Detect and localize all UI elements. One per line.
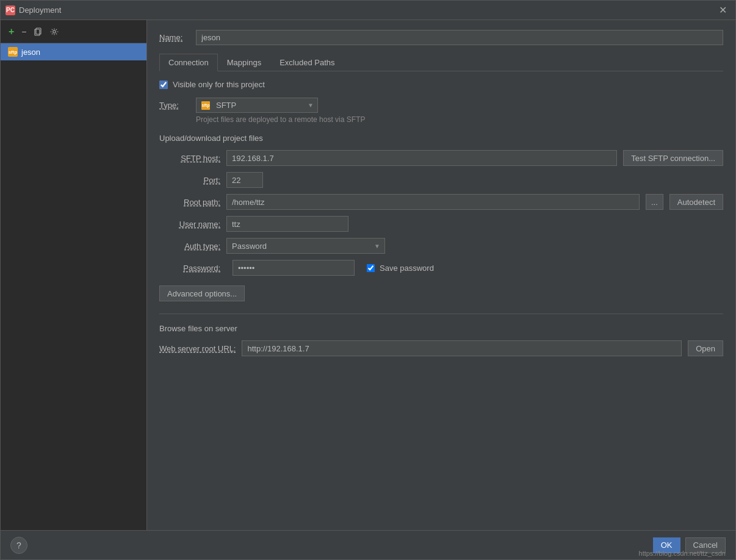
sftp-type-icon: sftp [201,101,210,110]
advanced-options-row: Advanced options... [159,285,723,301]
autodetect-button[interactable]: Autodetect [669,194,723,210]
visible-only-row: Visible only for this project [159,80,723,89]
save-password-checkbox[interactable] [367,264,375,272]
settings-server-button[interactable] [47,26,62,38]
type-value: SFTP [216,101,236,110]
sidebar: + − sftp jeson [1,20,147,530]
open-button[interactable]: Open [688,340,723,356]
name-row: Name: [159,30,723,45]
divider [159,314,723,314]
visible-only-checkbox[interactable] [159,81,168,89]
title-bar-left: PC Deployment [5,5,61,15]
visible-only-label[interactable]: Visible only for this project [173,80,265,89]
port-input[interactable] [226,172,263,188]
window-title: Deployment [19,5,61,15]
form-area: Name: Connection Mappings Excluded Paths… [147,20,735,530]
root-path-row: Root path: ... Autodetect [159,194,723,210]
user-name-input[interactable] [226,216,348,232]
password-label: Password: [159,264,220,273]
web-root-input[interactable] [242,340,682,356]
sidebar-toolbar: + − [1,20,146,43]
web-root-row: Web server root URL: Open [159,340,723,356]
remove-server-button[interactable]: − [18,25,29,38]
sftp-host-label: SFTP host: [159,154,220,163]
title-bar: PC Deployment ✕ [1,1,735,20]
name-label: Name: [159,33,190,42]
tab-excluded-paths[interactable]: Excluded Paths [270,54,344,71]
advanced-options-button[interactable]: Advanced options... [159,285,245,301]
tab-mappings[interactable]: Mappings [218,54,270,71]
main-content: + − sftp jeson [1,20,735,530]
password-input[interactable] [233,260,355,276]
test-sftp-button[interactable]: Test SFTP connection... [623,150,723,166]
auth-type-label: Auth type: [159,242,220,251]
root-path-input[interactable] [226,194,640,210]
upload-section-label: Upload/download project files [159,134,723,143]
auth-type-select[interactable]: Password Key pair OpenSSH config and aut… [226,238,385,254]
sftp-host-input[interactable] [226,150,617,166]
root-path-label: Root path: [159,198,220,207]
password-row: Password: Save password [159,260,723,276]
deployment-window: PC Deployment ✕ + − [0,0,736,560]
type-hint: Project files are deployed to a remote h… [196,115,723,124]
type-row: Type: sftp SFTP ▼ [159,98,723,113]
sftp-host-row: SFTP host: Test SFTP connection... [159,150,723,166]
auth-type-row: Auth type: Password Key pair OpenSSH con… [159,238,723,254]
browse-button[interactable]: ... [646,194,663,210]
sidebar-item-jeson[interactable]: sftp jeson [1,43,146,60]
auth-type-select-wrap: Password Key pair OpenSSH config and aut… [226,238,385,254]
connection-fields: SFTP host: Test SFTP connection... Port:… [159,150,723,276]
help-button[interactable]: ? [10,537,27,554]
user-name-label: User name: [159,220,220,229]
app-icon: PC [5,5,15,15]
svg-point-2 [52,30,55,32]
footer-url: https://blog.csdn.net/ttz_csdn [639,550,726,557]
port-row: Port: [159,172,723,188]
browse-section-label: Browse files on server [159,324,723,333]
add-server-button[interactable]: + [5,24,17,39]
copy-server-button[interactable] [31,26,46,38]
name-input[interactable] [196,30,723,45]
type-dropdown-arrow: ▼ [308,102,314,109]
sidebar-item-label: jeson [21,48,40,57]
type-select[interactable]: sftp SFTP ▼ [196,98,318,113]
tab-connection[interactable]: Connection [159,54,218,71]
user-name-row: User name: [159,216,723,232]
port-label: Port: [159,176,220,185]
sftp-icon: sftp [8,47,18,57]
bottom-bar: ? OK Cancel https://blog.csdn.net/ttz_cs… [1,530,735,559]
web-root-label: Web server root URL: [159,344,236,353]
tab-bar: Connection Mappings Excluded Paths [159,54,723,71]
type-label: Type: [159,101,190,110]
close-button[interactable]: ✕ [715,3,731,17]
save-password-label[interactable]: Save password [380,264,434,273]
save-password-wrap: Save password [367,264,434,273]
